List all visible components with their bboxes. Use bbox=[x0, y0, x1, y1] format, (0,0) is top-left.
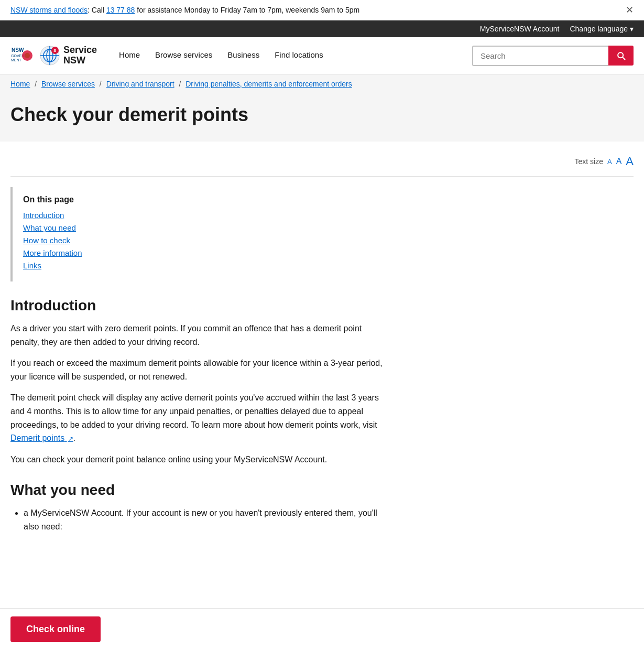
alert-phone[interactable]: 13 77 88 bbox=[106, 6, 135, 14]
language-link[interactable]: Change language ▾ bbox=[570, 25, 634, 33]
main-nav: NSW GOVERN- MENT S Service bbox=[0, 37, 644, 74]
text-size-small-button[interactable]: A bbox=[607, 158, 612, 166]
page-title: Check your demerit points bbox=[10, 104, 634, 126]
intro-para-2: If you reach or exceed the maximum demer… bbox=[10, 356, 388, 383]
service-nsw-brand-text: Service NSW bbox=[63, 45, 97, 66]
breadcrumb-separator: / bbox=[35, 80, 39, 88]
nav-business[interactable]: Business bbox=[221, 39, 266, 72]
nav-find-locations[interactable]: Find locations bbox=[268, 39, 330, 72]
page-header: Check your demerit points bbox=[0, 93, 644, 142]
external-link-icon: ↗ bbox=[68, 435, 73, 442]
introduction-heading: Introduction bbox=[10, 297, 388, 314]
list-item: How to check bbox=[23, 236, 377, 245]
svg-text:MENT: MENT bbox=[11, 58, 22, 62]
breadcrumb-browse-services[interactable]: Browse services bbox=[41, 80, 95, 88]
content-area: Text size A A A On this page Introductio… bbox=[0, 142, 644, 583]
breadcrumb-driving-transport[interactable]: Driving and transport bbox=[106, 80, 174, 88]
list-item: Links bbox=[23, 261, 377, 270]
alert-link[interactable]: NSW storms and floods bbox=[10, 6, 88, 14]
search-area bbox=[472, 46, 634, 66]
svg-text:S: S bbox=[53, 48, 57, 53]
breadcrumb-home[interactable]: Home bbox=[10, 80, 30, 88]
intro-para-4: You can check your demerit point balance… bbox=[10, 453, 388, 467]
breadcrumb-separator-2: / bbox=[100, 80, 104, 88]
what-you-need-heading: What you need bbox=[10, 482, 388, 499]
on-this-page-list: Introduction What you need How to check … bbox=[23, 211, 377, 270]
top-nav: MyServiceNSW Account Change language ▾ bbox=[0, 20, 644, 37]
on-this-page-link-more-information[interactable]: More information bbox=[23, 248, 82, 257]
search-icon bbox=[616, 50, 626, 61]
breadcrumb: Home / Browse services / Driving and tra… bbox=[0, 74, 644, 93]
account-link[interactable]: MyServiceNSW Account bbox=[480, 25, 560, 33]
intro-para-3: The demerit point check will display any… bbox=[10, 391, 388, 445]
text-size-medium-button[interactable]: A bbox=[616, 157, 622, 166]
nav-links: Home Browse services Business Find locat… bbox=[113, 39, 456, 72]
demerit-points-link[interactable]: Demerit points ↗ bbox=[10, 434, 73, 442]
intro-para-1: As a driver you start with zero demerit … bbox=[10, 322, 388, 349]
search-input[interactable] bbox=[472, 46, 608, 66]
nav-home[interactable]: Home bbox=[113, 39, 146, 72]
nsw-waratah-icon: NSW GOVERN- MENT bbox=[10, 42, 34, 69]
breadcrumb-separator-3: / bbox=[179, 80, 183, 88]
on-this-page-link-introduction[interactable]: Introduction bbox=[23, 211, 64, 220]
on-this-page-link-how-to-check[interactable]: How to check bbox=[23, 236, 70, 245]
alert-text: NSW storms and floods: Call 13 77 88 for… bbox=[10, 6, 359, 14]
nsw-logo: NSW GOVERN- MENT bbox=[10, 42, 34, 69]
on-this-page-link-what-you-need[interactable]: What you need bbox=[23, 223, 76, 232]
alert-bar: NSW storms and floods: Call 13 77 88 for… bbox=[0, 0, 644, 20]
logo-area: NSW GOVERN- MENT S Service bbox=[10, 37, 97, 74]
list-item: What you need bbox=[23, 223, 377, 233]
svg-point-5 bbox=[25, 53, 30, 58]
text-size-large-button[interactable]: A bbox=[626, 155, 634, 168]
on-this-page-heading: On this page bbox=[23, 195, 377, 204]
svg-text:NSW: NSW bbox=[12, 47, 24, 53]
breadcrumb-penalties[interactable]: Driving penalties, demerits and enforcem… bbox=[185, 80, 352, 88]
what-you-need-list: a MyServiceNSW Account. If your account … bbox=[10, 506, 388, 533]
search-button[interactable] bbox=[608, 46, 634, 66]
alert-close-button[interactable]: ✕ bbox=[626, 4, 634, 16]
on-this-page-box: On this page Introduction What you need … bbox=[10, 187, 388, 281]
list-item: a MyServiceNSW Account. If your account … bbox=[24, 506, 388, 533]
service-nsw-globe-icon: S bbox=[39, 45, 60, 66]
list-item: More information bbox=[23, 248, 377, 258]
chevron-down-icon: ▾ bbox=[630, 25, 634, 33]
service-nsw-logo: S Service NSW bbox=[39, 45, 97, 66]
text-size-bar: Text size A A A bbox=[10, 149, 634, 177]
main-content: Introduction As a driver you start with … bbox=[10, 297, 388, 534]
nav-browse-services[interactable]: Browse services bbox=[149, 39, 219, 72]
on-this-page-link-links[interactable]: Links bbox=[23, 261, 41, 270]
list-item: Introduction bbox=[23, 211, 377, 220]
text-size-label: Text size bbox=[575, 157, 603, 166]
